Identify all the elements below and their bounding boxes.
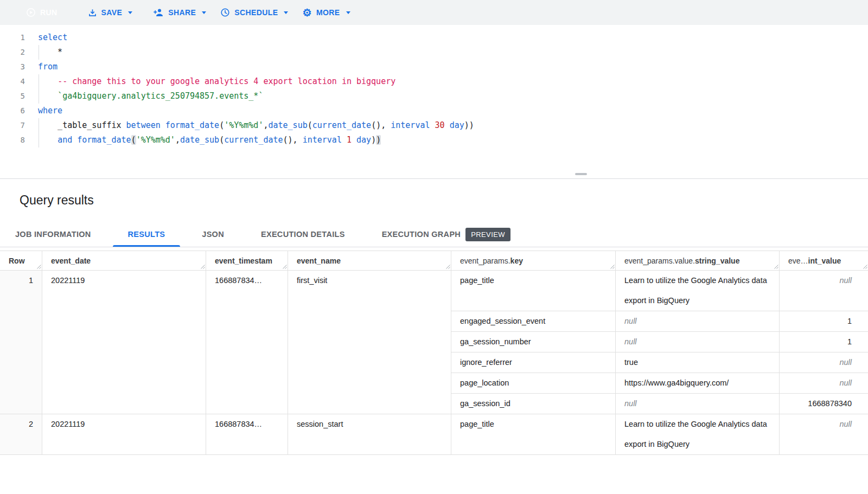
code-line[interactable]: 5 `ga4bigquery.analytics_250794857.event… bbox=[0, 89, 868, 104]
param-row: ga_session_numbernull1 bbox=[451, 332, 868, 352]
cell-param-key: page_title bbox=[451, 414, 616, 454]
table-row-group: 220221119166887834…session_startpage_tit… bbox=[0, 414, 868, 455]
column-header-event_timestam[interactable]: event_timestam bbox=[206, 251, 288, 270]
person-add-icon bbox=[153, 8, 164, 17]
tab-execution-details[interactable]: EXECUTION DETAILS bbox=[246, 222, 360, 247]
tab-results[interactable]: RESULTS bbox=[113, 222, 181, 247]
cell-event-name: first_visit bbox=[288, 271, 451, 414]
cell-param-key: ga_session_id bbox=[451, 394, 616, 414]
save-icon bbox=[88, 8, 97, 17]
line-number: 5 bbox=[0, 89, 25, 104]
cell-int-value: null bbox=[780, 271, 868, 311]
preview-badge: PREVIEW bbox=[465, 228, 510, 241]
tab-execution-graph[interactable]: EXECUTION GRAPHPREVIEW bbox=[367, 222, 526, 247]
clock-icon bbox=[220, 8, 230, 17]
column-header-string_value[interactable]: event_params.value.string_value bbox=[616, 251, 780, 270]
run-button[interactable]: RUN bbox=[20, 3, 67, 22]
cell-string-value: Learn to utilize the Google Analytics da… bbox=[616, 271, 780, 311]
cell-string-value: null bbox=[616, 332, 780, 352]
results-title: Query results bbox=[0, 179, 868, 207]
code-line[interactable]: 2 * bbox=[0, 45, 868, 60]
row-number: 1 bbox=[0, 271, 42, 414]
column-header-int_value[interactable]: eve…int_value bbox=[780, 251, 868, 270]
cell-event-timestamp: 166887834… bbox=[206, 414, 288, 454]
line-number: 2 bbox=[0, 45, 25, 60]
column-resize-icon[interactable] bbox=[863, 264, 867, 269]
chevron-down-icon bbox=[128, 11, 132, 14]
cell-int-value: 1668878340 bbox=[780, 394, 868, 414]
param-row: page_locationhttps://www.ga4bigquery.com… bbox=[451, 373, 868, 394]
more-button-label: MORE bbox=[316, 8, 340, 17]
code-line[interactable]: 7 _table_suffix between format_date('%Y%… bbox=[0, 118, 868, 133]
schedule-button[interactable]: SCHEDULE bbox=[220, 3, 288, 22]
column-resize-icon[interactable] bbox=[282, 264, 287, 269]
tab-label: RESULTS bbox=[128, 230, 165, 239]
cell-string-value: Learn to utilize the Google Analytics da… bbox=[616, 414, 780, 454]
table-header-row: Rowevent_dateevent_timestamevent_nameeve… bbox=[0, 251, 868, 271]
pane-resize-handle[interactable] bbox=[575, 173, 587, 175]
cell-event-timestamp: 166887834… bbox=[206, 271, 288, 414]
cell-param-key: ignore_referrer bbox=[451, 352, 616, 373]
column-header-event_name[interactable]: event_name bbox=[288, 251, 451, 270]
play-icon bbox=[26, 8, 36, 17]
tab-label: EXECUTION GRAPH bbox=[382, 230, 461, 239]
table-row-group: 120221119166887834…first_visitpage_title… bbox=[0, 271, 868, 414]
code-line[interactable]: 1select bbox=[0, 30, 868, 45]
param-row: ga_session_idnull1668878340 bbox=[451, 394, 868, 414]
more-button[interactable]: ⚙ MORE bbox=[302, 3, 350, 22]
code-line[interactable]: 3from bbox=[0, 60, 868, 74]
cell-string-value: https://www.ga4bigquery.com/ bbox=[616, 373, 780, 393]
code-text: select bbox=[25, 30, 67, 45]
cell-int-value: null bbox=[780, 373, 868, 393]
code-text: _table_suffix between format_date('%Y%m%… bbox=[25, 118, 474, 133]
param-row: page_titleLearn to utilize the Google An… bbox=[451, 271, 868, 311]
cell-string-value: null bbox=[616, 311, 780, 331]
param-rows: page_titleLearn to utilize the Google An… bbox=[451, 414, 868, 454]
cell-event-name: session_start bbox=[288, 414, 451, 454]
column-resize-icon[interactable] bbox=[774, 264, 778, 269]
column-resize-icon[interactable] bbox=[200, 264, 205, 269]
bigquery-console: RUN SAVE SHARE bbox=[0, 0, 868, 455]
save-button[interactable]: SAVE bbox=[81, 3, 139, 22]
code-text: -- change this to your google analytics … bbox=[25, 74, 395, 89]
cell-param-key: page_location bbox=[451, 373, 616, 393]
line-number: 8 bbox=[0, 133, 25, 147]
line-number: 1 bbox=[0, 30, 25, 45]
cell-event-date: 20221119 bbox=[42, 414, 206, 454]
param-rows: page_titleLearn to utilize the Google An… bbox=[451, 271, 868, 414]
cell-param-key: page_title bbox=[451, 271, 616, 311]
line-number: 7 bbox=[0, 118, 25, 133]
tab-json[interactable]: JSON bbox=[187, 222, 239, 247]
tab-label: EXECUTION DETAILS bbox=[261, 230, 345, 239]
share-button[interactable]: SHARE bbox=[153, 3, 206, 22]
column-resize-icon[interactable] bbox=[445, 264, 450, 269]
results-tabs: JOB INFORMATIONRESULTSJSONEXECUTION DETA… bbox=[0, 222, 868, 247]
cell-string-value: true bbox=[616, 352, 780, 373]
schedule-button-label: SCHEDULE bbox=[234, 8, 278, 17]
cell-string-value: null bbox=[616, 394, 780, 414]
cell-param-key: ga_session_number bbox=[451, 332, 616, 352]
code-lines: 1select2 *3from4 -- change this to your … bbox=[0, 30, 868, 147]
sql-editor[interactable]: 1select2 *3from4 -- change this to your … bbox=[0, 25, 868, 179]
code-line[interactable]: 6where bbox=[0, 104, 868, 118]
param-row: engaged_session_eventnull1 bbox=[451, 311, 868, 332]
column-header-key[interactable]: event_params.key bbox=[451, 251, 616, 270]
code-text: where bbox=[25, 104, 62, 118]
cell-event-date: 20221119 bbox=[42, 271, 206, 414]
code-line[interactable]: 4 -- change this to your google analytic… bbox=[0, 74, 868, 89]
run-button-label: RUN bbox=[40, 8, 58, 17]
param-row: ignore_referrertruenull bbox=[451, 352, 868, 373]
code-text: * bbox=[25, 45, 62, 60]
code-line[interactable]: 8 and format_date('%Y%m%d',date_sub(curr… bbox=[0, 133, 868, 147]
column-header-event_date[interactable]: event_date bbox=[42, 251, 206, 270]
line-number: 3 bbox=[0, 60, 25, 74]
code-text: `ga4bigquery.analytics_250794857.events_… bbox=[25, 89, 263, 104]
column-resize-icon[interactable] bbox=[610, 264, 615, 269]
column-resize-icon[interactable] bbox=[36, 264, 41, 269]
cell-int-value: 1 bbox=[780, 311, 868, 331]
column-header-Row[interactable]: Row bbox=[0, 251, 42, 270]
tab-job-information[interactable]: JOB INFORMATION bbox=[0, 222, 106, 247]
cell-int-value: null bbox=[780, 414, 868, 454]
code-text: from bbox=[25, 60, 58, 74]
chevron-down-icon bbox=[202, 11, 206, 14]
